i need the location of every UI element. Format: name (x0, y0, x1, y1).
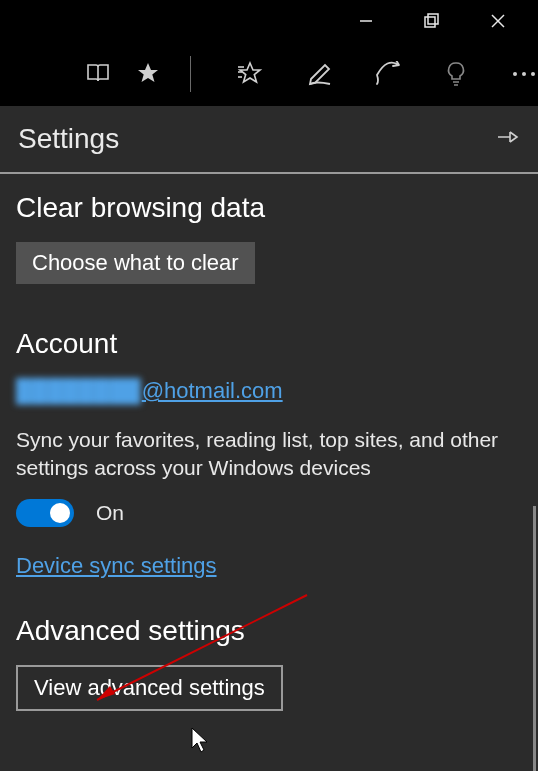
close-button[interactable] (480, 3, 516, 39)
advanced-title: Advanced settings (16, 615, 522, 647)
panel-title: Settings (18, 123, 119, 155)
svg-point-9 (522, 72, 526, 76)
reading-list-icon[interactable] (84, 58, 112, 90)
favorites-icon[interactable] (134, 58, 162, 90)
browser-toolbar (0, 42, 538, 106)
panel-header: Settings (0, 106, 538, 174)
clear-data-title: Clear browsing data (16, 192, 522, 224)
svg-rect-1 (425, 17, 435, 27)
svg-rect-2 (428, 14, 438, 24)
pin-icon[interactable] (496, 127, 520, 151)
sync-toggle[interactable] (16, 499, 74, 527)
maximize-button[interactable] (414, 3, 450, 39)
panel-body: Clear browsing data Choose what to clear… (0, 174, 538, 711)
tips-icon[interactable] (442, 58, 470, 90)
svg-point-10 (531, 72, 535, 76)
choose-clear-button[interactable]: Choose what to clear (16, 242, 255, 284)
share-icon[interactable] (374, 58, 402, 90)
account-email-link-suffix[interactable]: @hotmail.com (142, 378, 283, 403)
more-icon[interactable] (510, 58, 538, 90)
annotate-icon[interactable] (307, 58, 335, 90)
account-email-link-hidden[interactable]: ████████ (16, 378, 141, 404)
device-sync-link[interactable]: Device sync settings (16, 553, 217, 578)
minimize-button[interactable] (348, 3, 384, 39)
toolbar-divider (190, 56, 191, 92)
view-advanced-button[interactable]: View advanced settings (16, 665, 283, 711)
toggle-thumb (50, 503, 70, 523)
svg-point-8 (513, 72, 517, 76)
window-titlebar (0, 0, 538, 42)
scrollbar[interactable] (533, 506, 536, 771)
settings-panel: Settings Clear browsing data Choose what… (0, 106, 538, 771)
account-email: ████████@hotmail.com (16, 378, 522, 404)
account-title: Account (16, 328, 522, 360)
sync-description: Sync your favorites, reading list, top s… (16, 426, 522, 483)
add-favorite-icon[interactable] (237, 58, 267, 90)
sync-toggle-label: On (96, 501, 124, 525)
sync-toggle-row: On (16, 499, 522, 527)
